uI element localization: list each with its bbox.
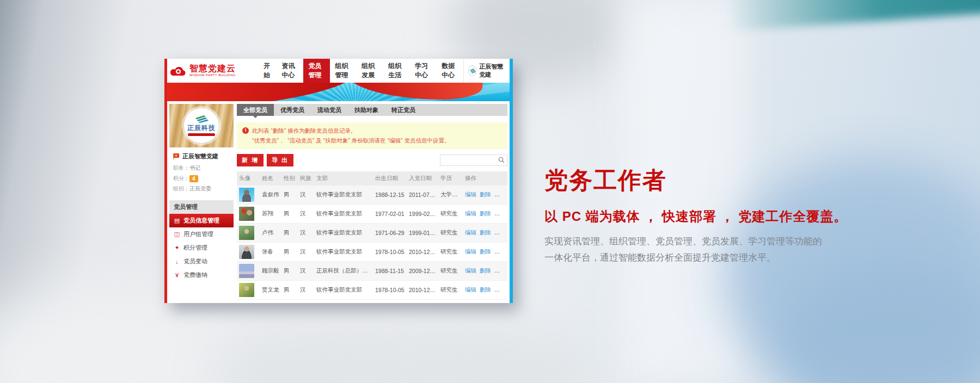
- delete-link[interactable]: 删除: [480, 248, 491, 255]
- column-header: 支部: [314, 171, 373, 186]
- cell-join-date: 2010-12-01: [407, 242, 438, 261]
- account-org-logo-icon: [468, 65, 476, 76]
- delete-link[interactable]: 删除: [480, 267, 491, 274]
- score-record-link[interactable]: 积分记录: [494, 229, 507, 236]
- score-record-link[interactable]: 积分记录: [494, 267, 507, 274]
- nav-item-org-development[interactable]: 组织发展: [357, 59, 383, 83]
- cell-name: 卢伟: [260, 223, 281, 242]
- score-record-link[interactable]: 积分记录: [494, 286, 507, 293]
- cell-branch: 软件事业部党支部: [314, 204, 373, 223]
- cell-actions: 编辑 删除 积分记录: [463, 204, 507, 223]
- delete-link[interactable]: 删除: [480, 191, 491, 197]
- column-header: 操作: [463, 171, 507, 186]
- cell-ethnic: 汉: [298, 261, 314, 280]
- search-icon[interactable]: [498, 157, 505, 163]
- red-cloud-logo-icon: [170, 65, 187, 77]
- cell-ethnic: 汉: [298, 242, 314, 261]
- delete-link[interactable]: 删除: [480, 286, 491, 293]
- export-button[interactable]: 导 出: [267, 154, 293, 166]
- sidebar-user-role: 职务： 书记: [173, 164, 230, 172]
- cell-branch: 软件事业部党支部: [314, 186, 373, 205]
- cell-education: 研究生: [438, 261, 463, 280]
- delete-link[interactable]: 删除: [480, 210, 491, 217]
- brand-text: 智慧党建云 WISDOM PARTY BUILDING: [189, 64, 236, 77]
- sidebar-item-score[interactable]: ✦ 积分管理: [169, 241, 234, 255]
- score-record-link[interactable]: 积分记录: [494, 210, 507, 217]
- nav-item-news-center[interactable]: 资讯中心: [277, 59, 303, 83]
- cell-actions: 编辑 删除 积分记录: [463, 280, 507, 299]
- edit-link[interactable]: 编辑: [465, 229, 476, 236]
- tab-excellent-members[interactable]: 优秀党员: [274, 104, 311, 116]
- cell-education: 研究生: [438, 223, 463, 242]
- tab-regular-members[interactable]: 转正党员: [385, 104, 422, 116]
- edit-link[interactable]: 编辑: [465, 210, 476, 217]
- tab-all-members[interactable]: 全部党员: [237, 104, 274, 116]
- cell-join-date: 1999-01-01: [407, 223, 438, 242]
- app-content: 正辰科技 正辰智慧党建 职务： 书记: [167, 101, 510, 303]
- toolbar: 新 增 导 出: [237, 154, 507, 166]
- cell-branch: 软件事业部党支部: [314, 223, 373, 242]
- 卢伟[interactable]: 卢伟 男 汉 软件事业部党支部 1971-06-29 1999-01-01 研究…: [237, 223, 507, 242]
- sidebar-item-user-group[interactable]: ◫ 用户组管理: [169, 227, 234, 241]
- cell-name: 贾文龙: [260, 280, 281, 299]
- notice-icon: !: [242, 127, 249, 134]
- page: 智慧党建云 WISDOM PARTY BUILDING 开始资讯中心党员管理组织…: [0, 0, 980, 383]
- score-record-link[interactable]: 积分记录: [494, 248, 507, 255]
- cell-name: 袁叙伟: [260, 186, 281, 205]
- cell-name: 张春: [260, 242, 281, 261]
- menu-item-icon: ▤: [174, 217, 180, 224]
- app-screenshot: 智慧党建云 WISDOM PARTY BUILDING 开始资讯中心党员管理组织…: [164, 59, 513, 303]
- nav-item-data-center[interactable]: 数据中心: [437, 59, 463, 83]
- edit-link[interactable]: 编辑: [465, 191, 476, 197]
- nav-item-learning-center[interactable]: 学习中心: [410, 59, 437, 83]
- cell-ethnic: 汉: [298, 223, 314, 242]
- sidebar-item-member-change[interactable]: ↓ 党员变动: [169, 255, 234, 268]
- nav-item-org-life[interactable]: 组织生活: [383, 59, 410, 83]
- member-tabs: 全部党员优秀党员流动党员扶助对象转正党员: [237, 104, 507, 116]
- sidebar-item-fee-payment[interactable]: ¥ 党费缴纳: [169, 268, 234, 282]
- tab-mobile-members[interactable]: 流动党员: [311, 104, 348, 116]
- cell-gender: 男: [281, 261, 298, 280]
- hero-text: 党务工作者 以 PC 端为载体 ， 快速部署 ， 党建工作全覆盖。 实现资讯管理…: [544, 165, 860, 266]
- notice-text: 此列表 “删除” 操作为删除党员信息记录。 “优秀党员” 、 “流动党员” 及 …: [252, 126, 450, 146]
- 顾宗毅[interactable]: 顾宗毅 男 汉 正辰科技（总部）党支部 1988-11-15 2009-12-0…: [237, 261, 507, 280]
- cell-actions: 编辑 删除 积分记录: [463, 186, 507, 205]
- 张春[interactable]: 张春 男 汉 软件事业部党支部 1978-10-05 2010-12-01 研究…: [237, 242, 507, 261]
- cell-branch: 正辰科技（总部）党支部: [314, 261, 373, 280]
- cell-birth-date: 1988-11-15: [373, 261, 407, 280]
- nav-item-start[interactable]: 开始: [259, 59, 277, 83]
- notice-line-1: 此列表 “删除” 操作为删除党员信息记录。: [252, 126, 450, 135]
- cell-education: 研究生: [438, 204, 463, 223]
- cell-join-date: 2010-12-01: [407, 280, 438, 299]
- score-record-link[interactable]: 积分记录: [494, 191, 507, 197]
- search-input[interactable]: [440, 157, 498, 163]
- add-button[interactable]: 新 增: [237, 154, 264, 166]
- tab-assist-targets[interactable]: 扶助对象: [348, 104, 385, 116]
- brand-subtitle: WISDOM PARTY BUILDING: [189, 73, 236, 77]
- org-stripes-icon: [194, 115, 209, 123]
- 袁叙伟[interactable]: 袁叙伟 男 汉 软件事业部党支部 1988-12-15 2011-07-09 大…: [237, 186, 507, 205]
- account-area[interactable]: 正辰智慧党建: [463, 59, 510, 83]
- search-box[interactable]: [440, 155, 507, 166]
- sidebar-item-member-info[interactable]: ▤ 党员信息管理: [169, 214, 234, 227]
- cell-ethnic: 汉: [298, 204, 314, 223]
- cell-actions: 编辑 删除 积分记录: [463, 223, 507, 242]
- 贾文龙[interactable]: 贾文龙 男 汉 软件事业部党支部 1978-10-05 2010-12-01 研…: [237, 280, 507, 299]
- cell-gender: 男: [281, 242, 298, 261]
- org-logo: 正辰科技: [183, 108, 219, 144]
- edit-link[interactable]: 编辑: [465, 286, 476, 293]
- red-flag-shape-left: [167, 83, 366, 101]
- party-flag-icon: [173, 153, 180, 159]
- cell-branch: 软件事业部党支部: [314, 242, 373, 261]
- 苏翔[interactable]: 苏翔 男 汉 软件事业部党支部 1977-02-01 1999-02-01 研究…: [237, 204, 507, 223]
- edit-link[interactable]: 编辑: [465, 248, 476, 255]
- column-header: 出生日期: [373, 171, 407, 186]
- nav-item-member-management[interactable]: 党员管理: [303, 59, 330, 83]
- edit-link[interactable]: 编辑: [465, 267, 476, 274]
- column-header: 学历: [438, 171, 463, 186]
- nav-item-org-management[interactable]: 组织管理: [330, 59, 357, 83]
- hero-description-line-1: 实现资讯管理、组织管理、党员管理、党员发展、学习管理等功能的: [544, 233, 860, 250]
- main-nav: 开始资讯中心党员管理组织管理组织发展组织生活学习中心数据中心: [259, 59, 463, 83]
- sidebar-org-banner: 正辰科技: [169, 104, 234, 147]
- delete-link[interactable]: 删除: [480, 229, 491, 236]
